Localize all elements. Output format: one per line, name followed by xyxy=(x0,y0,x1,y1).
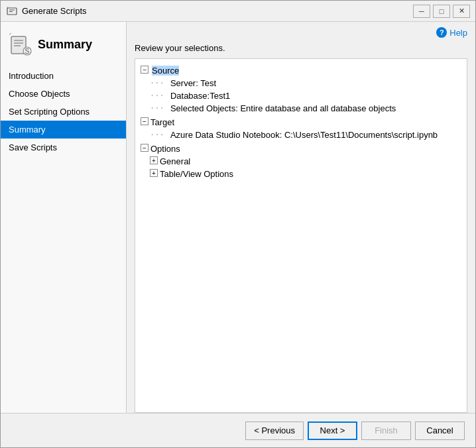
tree-expand-source[interactable]: − xyxy=(141,66,149,74)
minimize-button[interactable]: ─ xyxy=(413,5,430,18)
help-link[interactable]: ? Help xyxy=(436,27,467,38)
tree-node-database: ··· Database:Test1 xyxy=(150,89,461,102)
tree-node-tableview: + Table/View Options xyxy=(150,168,461,180)
sidebar-nav: Introduction Choose Objects Set Scriptin… xyxy=(1,67,126,156)
sidebar-item-choose-objects[interactable]: Choose Objects xyxy=(1,85,126,103)
tree-label-source: Source xyxy=(152,66,179,76)
tree-label-tableview: Table/View Options xyxy=(160,169,233,179)
maximize-button[interactable]: □ xyxy=(433,5,450,18)
tree-node-target: − Target xyxy=(141,116,461,129)
sidebar-logo: S Summary xyxy=(9,32,118,56)
tree-node-options: − Options xyxy=(141,142,461,155)
tree-label-target: Target xyxy=(150,117,174,127)
finish-button[interactable]: Finish xyxy=(361,421,411,440)
sidebar-header: S Summary xyxy=(1,27,126,67)
svg-text:S: S xyxy=(25,48,30,55)
tree-expand-options[interactable]: − xyxy=(141,144,149,152)
window-icon xyxy=(6,5,18,17)
tree-node-general: + General xyxy=(150,155,461,168)
tree-node-selected-objects: ··· Selected Objects: Entire database an… xyxy=(150,102,461,115)
tree-label-options: Options xyxy=(150,144,180,154)
tree-line-selected-objects: ··· xyxy=(150,103,169,113)
tree-line-server: ··· xyxy=(150,78,169,87)
next-button[interactable]: Next > xyxy=(308,421,357,440)
main-header: ? Help xyxy=(127,22,475,43)
sidebar-item-save-scripts[interactable]: Save Scripts xyxy=(1,139,126,156)
sidebar-logo-icon: S xyxy=(9,32,32,56)
footer: < Previous Next > Finish Cancel xyxy=(1,413,475,447)
tree-label-general: General xyxy=(160,156,190,166)
cancel-button[interactable]: Cancel xyxy=(415,421,465,440)
tree-expand-target[interactable]: − xyxy=(141,117,149,125)
help-label: Help xyxy=(449,28,467,38)
tree-label-database: Database:Test1 xyxy=(170,91,230,101)
sidebar-item-summary[interactable]: Summary xyxy=(1,121,126,139)
sidebar-item-set-scripting-options[interactable]: Set Scripting Options xyxy=(1,103,126,121)
help-icon: ? xyxy=(436,27,447,38)
tree-panel[interactable]: − Source ··· Server: Test ··· Database:T… xyxy=(135,58,467,413)
tree-label-selected-objects: Selected Objects: Entire database and al… xyxy=(170,103,396,113)
tree-node-server: ··· Server: Test xyxy=(150,77,461,89)
sidebar-item-introduction[interactable]: Introduction xyxy=(1,67,126,85)
tree-expand-tableview[interactable]: + xyxy=(150,169,158,177)
window: Generate Scripts ─ □ ✕ S xyxy=(0,0,476,448)
tree-node-azure: ··· Azure Data Studio Notebook: C:\Users… xyxy=(150,129,461,141)
tree-expand-general[interactable]: + xyxy=(150,156,158,164)
tree-line-database: ··· xyxy=(150,91,169,100)
title-bar: Generate Scripts ─ □ ✕ xyxy=(1,1,475,22)
tree-node-source: − Source xyxy=(141,64,461,77)
sidebar-title: Summary xyxy=(38,38,92,52)
tree-label-server: Server: Test xyxy=(170,78,216,88)
main-content: ? Help Review your selections. − Source … xyxy=(127,22,475,413)
titlebar-controls: ─ □ ✕ xyxy=(413,5,470,18)
content-area: S Summary Introduction Choose Objects Se… xyxy=(1,22,475,413)
previous-button[interactable]: < Previous xyxy=(245,421,304,440)
sidebar: S Summary Introduction Choose Objects Se… xyxy=(1,22,127,413)
tree-label-azure: Azure Data Studio Notebook: C:\Users\Tes… xyxy=(170,130,438,140)
window-title: Generate Scripts xyxy=(22,6,413,16)
review-label: Review your selections. xyxy=(127,43,475,58)
close-button[interactable]: ✕ xyxy=(453,5,470,18)
tree-line-azure: ··· xyxy=(150,130,169,139)
